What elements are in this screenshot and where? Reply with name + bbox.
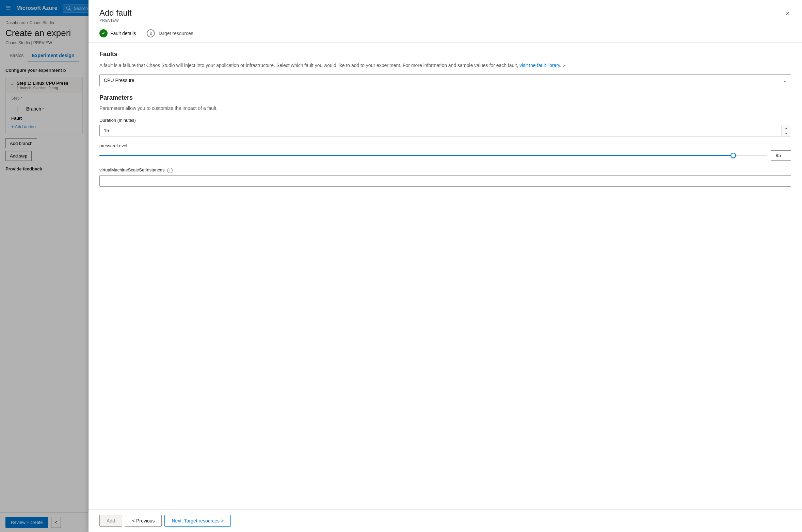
duration-label: Duration (minutes)	[99, 118, 791, 123]
panel-subtitle: PREVIEW	[99, 18, 132, 22]
previous-button[interactable]: < Previous	[125, 515, 162, 527]
wizard-tabs: ✓ Fault details 2 Target resources	[99, 29, 791, 42]
pressure-label: pressureLevel	[99, 143, 791, 148]
panel-header: Add fault PREVIEW × ✓ Fault details 2 Ta…	[89, 0, 802, 43]
slider-track	[99, 155, 767, 156]
parameters-desc: Parameters allow you to customize the im…	[99, 105, 791, 111]
spinner-up-button[interactable]: ▲	[782, 125, 791, 131]
pressure-value-input[interactable]	[771, 150, 791, 161]
vmss-input[interactable]	[99, 175, 791, 187]
faults-section-desc: A fault is a failure that Chaos Studio w…	[99, 62, 791, 69]
fault-dropdown-container: CPU PressureMemory PressureNetwork Laten…	[99, 74, 791, 86]
wizard-tab-num-1: ✓	[99, 29, 108, 37]
duration-field: Duration (minutes) ▲ ▼	[99, 118, 791, 136]
panel-footer: Add < Previous Next: Target resources >	[89, 509, 802, 532]
slider-wrapper	[99, 150, 791, 161]
panel-body: Faults A fault is a failure that Chaos S…	[89, 43, 802, 509]
wizard-tab-fault-details[interactable]: ✓ Fault details	[99, 29, 136, 42]
duration-input[interactable]	[99, 125, 791, 136]
parameters-title: Parameters	[99, 94, 791, 101]
pressure-level-field: pressureLevel	[99, 143, 791, 161]
wizard-tab-label-1: Fault details	[110, 31, 136, 36]
vmss-info-icon[interactable]: i	[167, 168, 173, 173]
vmss-field: virtualMachineScaleSetInstances i	[99, 167, 791, 187]
external-link-icon: ↗	[563, 64, 566, 68]
wizard-tab-num-2: 2	[147, 29, 155, 37]
next-button[interactable]: Next: Target resources >	[164, 515, 231, 527]
fault-library-link[interactable]: visit the fault library.	[519, 63, 561, 68]
add-fault-panel: Add fault PREVIEW × ✓ Fault details 2 Ta…	[89, 0, 802, 532]
parameters-section: Parameters Parameters allow you to custo…	[99, 94, 791, 187]
add-button: Add	[99, 515, 122, 527]
number-spinners: ▲ ▼	[781, 125, 791, 136]
duration-input-wrapper: ▲ ▼	[99, 125, 791, 136]
fault-select[interactable]: CPU PressureMemory PressureNetwork Laten…	[99, 74, 791, 86]
panel-title: Add fault	[99, 8, 132, 18]
panel-title-row: Add fault PREVIEW ×	[99, 8, 791, 22]
wizard-tab-label-2: Target resources	[158, 31, 193, 36]
spinner-down-button[interactable]: ▼	[782, 131, 791, 136]
vmss-label: virtualMachineScaleSetInstances i	[99, 167, 791, 173]
faults-section-title: Faults	[99, 51, 791, 58]
close-panel-button[interactable]: ×	[784, 8, 791, 19]
wizard-tab-target-resources[interactable]: 2 Target resources	[147, 29, 193, 42]
